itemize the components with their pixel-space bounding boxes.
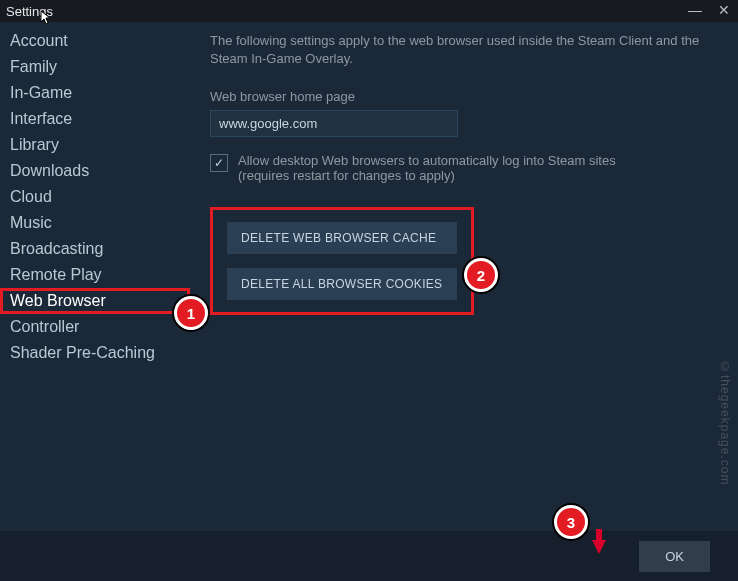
auto-login-label: Allow desktop Web browsers to automatica…	[238, 153, 616, 183]
sidebar-item-broadcasting[interactable]: Broadcasting	[0, 236, 190, 262]
ok-button[interactable]: OK	[639, 541, 710, 572]
sidebar-item-controller[interactable]: Controller	[0, 314, 190, 340]
sidebar-item-library[interactable]: Library	[0, 132, 190, 158]
sidebar-item-remote-play[interactable]: Remote Play	[0, 262, 190, 288]
title-bar: Settings — ✕	[0, 0, 738, 22]
annotation-badge-3: 3	[554, 505, 588, 539]
sidebar-item-interface[interactable]: Interface	[0, 106, 190, 132]
sidebar-item-cloud[interactable]: Cloud	[0, 184, 190, 210]
watermark-text: ©thegeekpage.com	[718, 360, 732, 485]
footer-bar: OK	[0, 531, 738, 581]
sidebar-item-account[interactable]: Account	[0, 28, 190, 54]
window-title: Settings	[6, 4, 53, 19]
sidebar-item-music[interactable]: Music	[0, 210, 190, 236]
sidebar-item-in-game[interactable]: In-Game	[0, 80, 190, 106]
minimize-button[interactable]: —	[684, 2, 706, 18]
annotation-arrow-3-head	[592, 540, 606, 554]
auto-login-checkbox[interactable]: ✓	[210, 154, 228, 172]
close-button[interactable]: ✕	[714, 2, 734, 18]
sidebar-item-shader-pre-caching[interactable]: Shader Pre-Caching	[0, 340, 190, 366]
annotation-badge-1: 1	[174, 296, 208, 330]
delete-cookies-button[interactable]: DELETE ALL BROWSER COOKIES	[227, 268, 457, 300]
homepage-input[interactable]	[210, 110, 458, 137]
homepage-label: Web browser home page	[210, 89, 718, 104]
highlighted-buttons-box: DELETE WEB BROWSER CACHE DELETE ALL BROW…	[210, 207, 474, 315]
delete-cache-button[interactable]: DELETE WEB BROWSER CACHE	[227, 222, 457, 254]
sidebar-item-downloads[interactable]: Downloads	[0, 158, 190, 184]
sidebar-item-web-browser[interactable]: Web Browser	[0, 288, 190, 314]
annotation-badge-2: 2	[464, 258, 498, 292]
settings-sidebar: Account Family In-Game Interface Library…	[0, 22, 190, 521]
sidebar-item-family[interactable]: Family	[0, 54, 190, 80]
pane-description: The following settings apply to the web …	[210, 32, 718, 67]
